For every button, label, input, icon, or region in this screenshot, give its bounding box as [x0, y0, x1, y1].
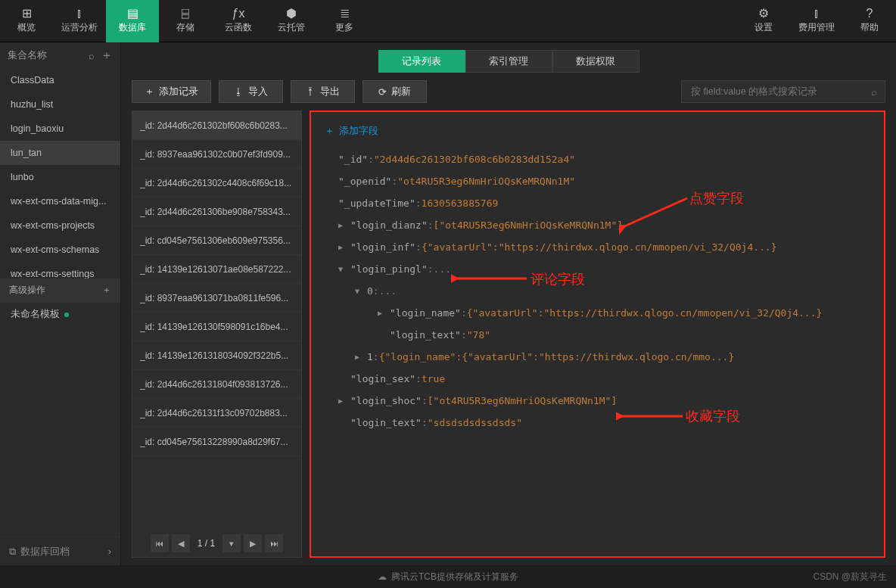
- refresh-button[interactable]: ⟳刷新: [362, 80, 427, 103]
- add-collection-icon[interactable]: ＋: [101, 48, 113, 64]
- upload-icon: ⭱: [306, 86, 316, 97]
- pager-first[interactable]: ⏮: [151, 534, 169, 552]
- arrow-icon: [619, 197, 691, 235]
- record-row[interactable]: _id: 2d44d6c261302c4408c6f69c18...: [132, 169, 301, 198]
- json-field[interactable]: ▶"login_name": {"avatarUrl":"https://thi…: [325, 302, 870, 324]
- search-field[interactable]: [689, 86, 856, 98]
- footer-text: 腾讯云TCB提供存储及计算服务: [391, 571, 518, 583]
- pager-prev[interactable]: ◀: [172, 534, 190, 552]
- record-row[interactable]: _id: 2d44d6c26131804f093813726...: [132, 370, 301, 399]
- add-record-button[interactable]: ＋添加记录: [132, 80, 211, 103]
- pager: ⏮ ◀ 1 / 1 ▾ ▶ ⏭: [132, 530, 301, 557]
- nav-analytics[interactable]: ⫿运营分析: [53, 0, 106, 42]
- advanced-section[interactable]: 高级操作＋: [0, 278, 120, 303]
- pager-dropdown[interactable]: ▾: [222, 534, 241, 552]
- import-button[interactable]: ⭳导入: [219, 80, 283, 103]
- collection-item[interactable]: huzhu_list: [0, 92, 120, 117]
- refresh-icon: ⟳: [378, 86, 387, 98]
- caret-right-icon[interactable]: ▶: [378, 309, 387, 317]
- json-field[interactable]: "login_text": "sdsdsdsdssdsds": [325, 412, 870, 434]
- nav-cloudfn[interactable]: ƒx云函数: [212, 0, 265, 42]
- nav-billing[interactable]: ⫿费用管理: [790, 0, 843, 42]
- json-field[interactable]: ▶"login_inf": {"avatarUrl":"https://thir…: [325, 236, 870, 258]
- pager-text: 1 / 1: [193, 538, 219, 549]
- fx-icon: ƒx: [232, 8, 245, 20]
- nav-database[interactable]: ▤数据库: [106, 0, 159, 42]
- add-field-button[interactable]: ＋添加字段: [325, 124, 870, 138]
- storage-icon: ⌸: [182, 8, 189, 20]
- caret-down-icon[interactable]: ▼: [355, 287, 364, 295]
- top-nav: ⊞概览 ⫿运营分析 ▤数据库 ⌸存储 ƒx云函数 ⬢云托管 ≣更多 ⚙设置 ⫿费…: [0, 0, 896, 42]
- json-field[interactable]: ▶1: {"login_name":{"avatarUrl":"https://…: [325, 346, 870, 368]
- pager-next[interactable]: ▶: [244, 534, 262, 552]
- collection-item[interactable]: wx-ext-cms-settings: [0, 262, 120, 278]
- record-row[interactable]: _id: 2d44d6c26131f13c09702b883...: [132, 399, 301, 428]
- tab-records[interactable]: 记录列表: [378, 50, 465, 73]
- bars-icon: ⫿: [76, 8, 82, 20]
- record-row[interactable]: _id: 14139e12613071ae08e587222...: [132, 255, 301, 284]
- toolbar: ＋添加记录 ⭳导入 ⭱导出 ⟳刷新 ⌕: [121, 80, 896, 110]
- tabs: 记录列表 索引管理 数据权限: [121, 42, 896, 80]
- plus-icon[interactable]: ＋: [102, 284, 111, 297]
- chevron-right-icon: ›: [108, 546, 111, 557]
- collection-item[interactable]: login_baoxiu: [0, 117, 120, 141]
- template-item[interactable]: 未命名模板: [0, 303, 120, 327]
- json-field[interactable]: "_id": "2d44d6c261302bf608c6b0283dd152a4…: [325, 148, 870, 170]
- caret-right-icon[interactable]: ▶: [338, 221, 347, 229]
- status-dot-icon: [64, 313, 69, 317]
- record-row[interactable]: _id: 14139e1261318034092f322b5...: [132, 341, 301, 370]
- content-area: 记录列表 索引管理 数据权限 ＋添加记录 ⭳导入 ⭱导出 ⟳刷新 ⌕ _id: …: [121, 42, 896, 565]
- nav-overview[interactable]: ⊞概览: [0, 0, 53, 42]
- tab-permissions[interactable]: 数据权限: [552, 50, 639, 73]
- caret-down-icon[interactable]: ▼: [338, 265, 347, 273]
- search-icon[interactable]: ⌕: [89, 50, 95, 61]
- sidebar: 集合名称 ⌕ ＋ ClassData huzhu_list login_baox…: [0, 42, 121, 565]
- record-row[interactable]: _id: 14139e126130f598091c16be4...: [132, 313, 301, 341]
- record-row[interactable]: _id: 8937eaa961302c0b07ef3fd909...: [132, 140, 301, 169]
- record-row[interactable]: _id: 2d44d6c261302bf608c6b0283...: [132, 111, 301, 140]
- db-rollback[interactable]: ⧉数据库回档 ›: [0, 537, 120, 565]
- record-row[interactable]: _id: cd045e7561306eb609e975356...: [132, 226, 301, 255]
- download-icon: ⭳: [234, 86, 244, 97]
- collection-list: ClassData huzhu_list login_baoxiu lun_ta…: [0, 68, 120, 278]
- caret-right-icon[interactable]: ▶: [338, 397, 347, 405]
- json-field[interactable]: "login_text": "78": [325, 324, 870, 346]
- gear-icon: ⚙: [758, 8, 769, 20]
- collection-item[interactable]: wx-ext-cms-projects: [0, 213, 120, 238]
- nav-settings[interactable]: ⚙设置: [737, 0, 790, 42]
- json-field[interactable]: ▶"login_dianz": ["ot4RU5R3eg6NmHriOQsKeM…: [325, 214, 870, 236]
- collection-item[interactable]: lunbo: [0, 165, 120, 189]
- arrow-icon: [451, 272, 530, 285]
- nav-more[interactable]: ≣更多: [318, 0, 371, 42]
- record-list: _id: 2d44d6c261302bf608c6b0283... _id: 8…: [132, 110, 302, 558]
- list-icon: ▤: [127, 8, 138, 20]
- nav-help[interactable]: ?帮助: [843, 0, 896, 42]
- json-field[interactable]: ▶"login_shoc": ["ot4RU5R3eg6NmHriOQsKeMR…: [325, 390, 870, 412]
- record-row[interactable]: _id: cd045e75613228990a8d29f67...: [132, 428, 301, 456]
- record-detail: ＋添加字段 "_id": "2d44d6c261302bf608c6b0283d…: [310, 110, 885, 558]
- tab-indexes[interactable]: 索引管理: [465, 50, 552, 73]
- export-button[interactable]: ⭱导出: [291, 80, 355, 103]
- nav-storage[interactable]: ⌸存储: [159, 0, 212, 42]
- json-field[interactable]: "_updateTime": 1630563885769: [325, 192, 870, 214]
- json-field[interactable]: "_openid": "ot4RU5R3eg6NmHriOQsKeMRQNn1M…: [325, 170, 870, 192]
- record-row[interactable]: _id: 2d44d6c261306be908e758343...: [132, 198, 301, 226]
- collection-item[interactable]: wx-ext-cms-data-mig...: [0, 189, 120, 213]
- pager-last[interactable]: ⏭: [265, 534, 283, 552]
- search-icon[interactable]: ⌕: [871, 86, 877, 98]
- sidebar-title: 集合名称: [8, 48, 47, 62]
- cube-icon: ⬢: [286, 8, 297, 20]
- caret-right-icon[interactable]: ▶: [338, 243, 347, 251]
- collection-item[interactable]: ClassData: [0, 68, 120, 92]
- plus-icon: ＋: [145, 86, 154, 98]
- collection-item[interactable]: wx-ext-cms-schemas: [0, 238, 120, 262]
- search-input[interactable]: ⌕: [681, 80, 885, 103]
- json-field[interactable]: ▼0: ...: [325, 280, 870, 302]
- nav-hosting[interactable]: ⬢云托管: [265, 0, 318, 42]
- caret-right-icon[interactable]: ▶: [355, 353, 364, 361]
- json-field[interactable]: ▼"login_pingl": ...: [325, 258, 870, 280]
- collection-item[interactable]: lun_tan: [0, 141, 120, 165]
- record-row[interactable]: _id: 8937eaa9613071ba0811fe596...: [132, 284, 301, 313]
- json-field[interactable]: "login_sex": true: [325, 368, 870, 390]
- annotation-collect: 收藏字段: [686, 407, 740, 425]
